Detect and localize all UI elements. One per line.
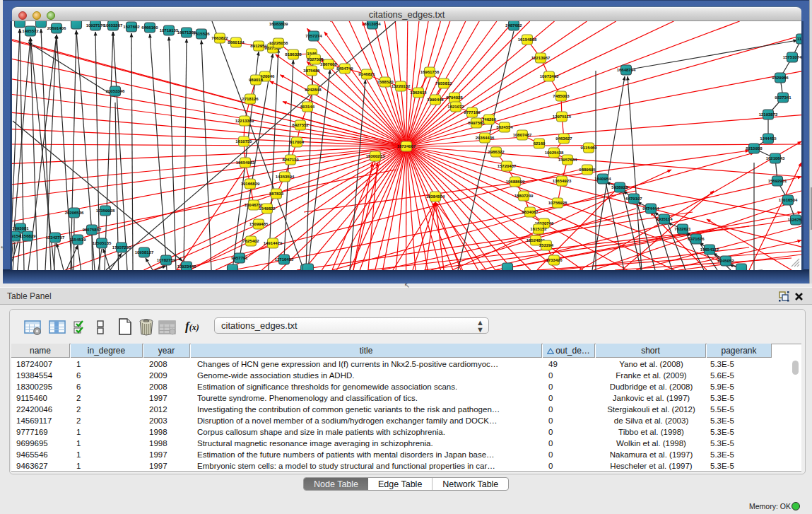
- svg-text:1990448: 1990448: [427, 98, 444, 102]
- svg-text:10756928: 10756928: [548, 201, 567, 205]
- svg-text:9146821: 9146821: [358, 72, 375, 76]
- svg-text:16154808: 16154808: [518, 37, 537, 42]
- svg-text:20691406: 20691406: [47, 26, 66, 30]
- svg-text:8454749: 8454749: [336, 66, 353, 71]
- svg-text:887833: 887833: [269, 192, 284, 196]
- svg-text:252294: 252294: [539, 243, 554, 247]
- svg-text:10654112: 10654112: [700, 247, 719, 252]
- svg-text:12193872: 12193872: [759, 112, 778, 117]
- svg-text:6794028: 6794028: [446, 95, 463, 100]
- svg-text:2487682: 2487682: [505, 23, 522, 28]
- svg-text:2986322: 2986322: [488, 150, 505, 154]
- svg-text:20206536: 20206536: [65, 211, 84, 215]
- svg-text:6479197: 6479197: [625, 197, 642, 201]
- svg-text:1244415: 1244415: [760, 136, 777, 141]
- svg-text:917004: 917004: [290, 140, 305, 144]
- svg-text:7515526: 7515526: [193, 32, 210, 36]
- svg-text:19654983: 19654983: [236, 160, 255, 165]
- svg-text:9457791: 9457791: [231, 256, 248, 260]
- svg-text:7625402: 7625402: [242, 239, 259, 243]
- svg-text:12923446: 12923446: [177, 264, 196, 269]
- svg-text:1621072: 1621072: [447, 105, 464, 109]
- svg-text:6466160: 6466160: [141, 25, 158, 30]
- svg-text:5938928: 5938928: [611, 185, 628, 189]
- svg-text:12213967: 12213967: [531, 56, 551, 60]
- svg-text:10973493: 10973493: [540, 74, 559, 78]
- svg-text:10807487: 10807487: [513, 133, 532, 137]
- svg-text:15692901: 15692901: [768, 179, 787, 183]
- svg-text:8471676: 8471676: [688, 237, 705, 241]
- svg-text:9889695: 9889695: [579, 168, 596, 172]
- svg-text:16648794: 16648794: [617, 68, 636, 72]
- svg-text:20053346: 20053346: [106, 89, 125, 93]
- svg-text:9834067: 9834067: [522, 210, 539, 214]
- svg-text:16210643: 16210643: [766, 156, 785, 160]
- svg-text:2867608: 2867608: [320, 62, 337, 66]
- svg-text:12342757: 12342757: [46, 235, 65, 240]
- svg-text:16083809: 16083809: [269, 22, 288, 26]
- svg-text:1112: 1112: [797, 37, 801, 41]
- svg-text:19166829: 19166829: [241, 182, 260, 186]
- svg-text:1527602: 1527602: [123, 25, 140, 29]
- svg-text:15300213: 15300213: [366, 154, 385, 158]
- svg-text:10958127: 10958127: [135, 250, 154, 255]
- svg-text:13226058: 13226058: [269, 41, 288, 45]
- svg-text:1733426: 1733426: [546, 258, 563, 262]
- svg-text:16961758: 16961758: [420, 70, 440, 74]
- svg-text:1156829: 1156829: [19, 234, 36, 238]
- svg-text:9115460: 9115460: [580, 146, 597, 150]
- svg-text:15720407: 15720407: [498, 164, 517, 168]
- svg-text:1093081: 1093081: [12, 226, 29, 230]
- svg-text:18807249: 18807249: [514, 194, 534, 198]
- svg-text:9329966: 9329966: [772, 76, 789, 80]
- svg-text:7632621: 7632621: [674, 227, 691, 231]
- svg-text:99075857: 99075857: [83, 228, 102, 232]
- svg-text:9227341: 9227341: [775, 95, 792, 100]
- svg-text:17016504: 17016504: [779, 198, 798, 202]
- svg-text:3624554: 3624554: [496, 125, 513, 129]
- svg-text:19384554: 19384554: [426, 194, 445, 199]
- svg-text:7357274: 7357274: [305, 34, 322, 38]
- svg-text:7485003: 7485003: [553, 94, 570, 98]
- svg-text:14914479: 14914479: [264, 241, 283, 245]
- svg-text:15751074: 15751074: [783, 55, 801, 59]
- svg-text:7955812: 7955812: [435, 81, 452, 86]
- svg-text:9327508: 9327508: [307, 57, 324, 62]
- svg-text:1405572: 1405572: [22, 29, 39, 33]
- svg-text:20364436: 20364436: [476, 136, 495, 140]
- svg-text:3875685: 3875685: [303, 69, 320, 73]
- svg-text:1362615: 1362615: [410, 90, 427, 95]
- svg-text:9463627: 9463627: [555, 136, 572, 141]
- svg-text:10782759: 10782759: [157, 258, 176, 262]
- svg-text:13220132: 13220132: [392, 84, 411, 88]
- svg-text:989018: 989018: [249, 78, 264, 82]
- svg-text:62160: 62160: [534, 141, 546, 146]
- svg-text:1640954: 1640954: [594, 177, 611, 181]
- svg-text:1126753: 1126753: [787, 218, 801, 222]
- svg-text:12975115: 12975115: [553, 115, 572, 119]
- svg-text:17359928: 17359928: [96, 209, 115, 213]
- svg-text:8186328: 8186328: [285, 52, 302, 57]
- svg-text:10688609: 10688609: [506, 180, 525, 184]
- svg-text:18724007: 18724007: [397, 144, 416, 148]
- svg-text:12505135: 12505135: [93, 241, 112, 245]
- svg-text:2718126: 2718126: [242, 97, 259, 101]
- svg-text:7663822: 7663822: [211, 36, 228, 40]
- svg-text:17957255: 17957255: [112, 245, 131, 250]
- svg-text:14353594: 14353594: [276, 175, 295, 179]
- svg-text:9777169: 9777169: [464, 110, 481, 115]
- svg-text:14957684: 14957684: [558, 158, 577, 162]
- svg-text:8215958: 8215958: [746, 146, 763, 151]
- svg-text:2935114: 2935114: [656, 217, 673, 221]
- svg-text:8660124: 8660124: [228, 40, 245, 45]
- svg-text:8267110: 8267110: [282, 158, 299, 162]
- svg-text:15099485: 15099485: [249, 222, 269, 226]
- svg-text:8813054: 8813054: [364, 22, 381, 26]
- svg-text:1154519: 1154519: [69, 238, 86, 242]
- svg-text:13654923: 13654923: [553, 179, 572, 183]
- svg-text:1610755: 1610755: [235, 139, 252, 144]
- svg-text:12213369: 12213369: [235, 119, 254, 123]
- svg-text:1549822: 1549822: [259, 206, 276, 211]
- svg-text:10719155: 10719155: [160, 28, 179, 33]
- svg-text:9245052: 9245052: [717, 259, 734, 263]
